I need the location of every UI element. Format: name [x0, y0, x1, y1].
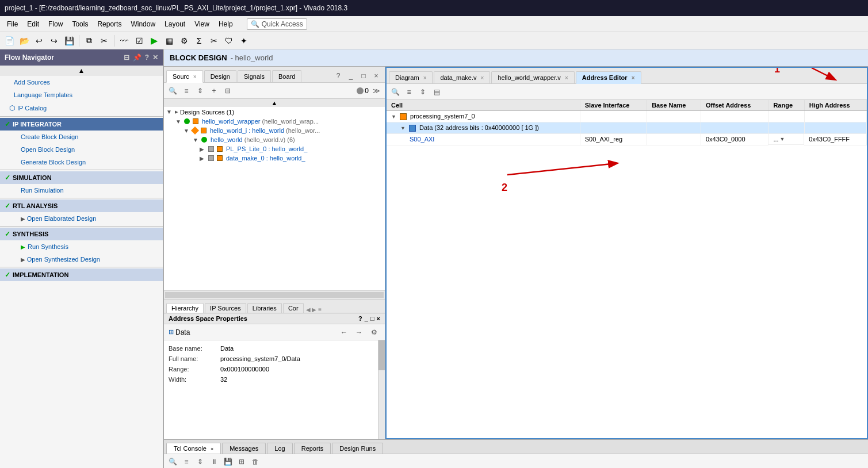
ae-collapse-button[interactable]: ≡: [403, 86, 415, 98]
shield-button[interactable]: 🛡: [222, 34, 236, 48]
sources-search-button[interactable]: 🔍: [166, 85, 179, 97]
cut2-button[interactable]: ✂: [207, 34, 221, 48]
asp-scrollbar[interactable]: [378, 340, 385, 439]
ae-tab-address-editor[interactable]: Address Editor ×: [576, 71, 641, 84]
tab-sources[interactable]: Sourc ×: [166, 70, 203, 83]
nav-language-templates[interactable]: Language Templates: [0, 89, 163, 101]
menu-layout[interactable]: Layout: [160, 18, 190, 30]
asp-forward-button[interactable]: →: [353, 326, 365, 339]
panel-restore-button[interactable]: □: [357, 70, 370, 82]
sources-overflow-button[interactable]: ≫: [370, 85, 383, 97]
nav-create-block-design[interactable]: Create Block Design: [0, 131, 163, 143]
btab-libraries[interactable]: Libraries: [247, 303, 282, 313]
star-button[interactable]: ✦: [237, 34, 251, 48]
asp-close-icon[interactable]: ×: [377, 315, 380, 322]
question-icon[interactable]: ?: [145, 53, 149, 62]
panel-help-button[interactable]: ?: [332, 70, 345, 82]
tree-scroll-up[interactable]: ▲: [164, 99, 385, 107]
nav-section-implementation[interactable]: ✓ IMPLEMENTATION: [0, 268, 163, 281]
ae-tab-diagram[interactable]: Diagram ×: [389, 71, 433, 83]
nav-open-block-design[interactable]: Open Block Design: [0, 143, 163, 156]
tab-signals[interactable]: Signals: [238, 70, 271, 82]
sources-collapse-button[interactable]: ≡: [180, 85, 193, 97]
bpt-messages[interactable]: Messages: [222, 443, 266, 454]
ae-search-button[interactable]: 🔍: [389, 86, 402, 98]
menu-tools[interactable]: Tools: [67, 18, 93, 30]
tab-sources-close[interactable]: ×: [193, 74, 197, 80]
asp-help-icon[interactable]: ?: [358, 315, 362, 322]
pin-icon[interactable]: 📌: [133, 53, 142, 62]
tree-hello-world-wrapper[interactable]: ▼ hello_world_wrapper (hello_world_wrap.…: [164, 117, 385, 126]
bpt-reports[interactable]: Reports: [294, 443, 331, 454]
range-dropdown-icon[interactable]: ▼: [780, 136, 785, 142]
tree-data-make[interactable]: ▶ data_make_0 : hello_world_: [164, 154, 385, 163]
tcl-grid-button[interactable]: ⊞: [235, 455, 248, 468]
open-button[interactable]: 📂: [17, 34, 31, 48]
tcl-console-close[interactable]: ×: [211, 446, 213, 452]
asp-restore-icon[interactable]: □: [370, 315, 374, 322]
ae-tab-data-make[interactable]: data_make.v ×: [434, 71, 490, 83]
nav-section-rtl[interactable]: ✓ RTL ANALYSIS: [0, 200, 163, 212]
bpt-tcl-console[interactable]: Tcl Console ×: [166, 443, 221, 454]
tree-hello-world[interactable]: ▼ hello_world (hello_world.v) (6): [164, 135, 385, 144]
btab-hierarchy[interactable]: Hierarchy: [166, 303, 204, 313]
wave-button[interactable]: 〰: [117, 34, 131, 48]
menu-reports[interactable]: Reports: [93, 18, 126, 30]
ae-tab-hello-close[interactable]: ×: [565, 75, 568, 81]
menu-file[interactable]: File: [2, 18, 22, 30]
ae-tab-addr-close[interactable]: ×: [632, 75, 635, 81]
tree-hello-world-i[interactable]: ▼ hello_world_i : hello_world (hello_wor…: [164, 126, 385, 135]
asp-back-button[interactable]: ←: [338, 326, 350, 339]
btab-cor[interactable]: Cor: [283, 303, 304, 313]
new-file-button[interactable]: 📄: [2, 34, 16, 48]
tree-design-sources[interactable]: ▼ ▸ Design Sources (1): [164, 107, 385, 117]
nav-section-ip-integrator[interactable]: ✓ IP INTEGRATOR: [0, 118, 163, 131]
nav-ip-catalog[interactable]: ⬡ IP Catalog: [0, 101, 163, 115]
sources-expand-button[interactable]: ⇕: [194, 85, 207, 97]
scroll-up-button[interactable]: ▲: [0, 66, 163, 76]
nav-open-elaborated[interactable]: ▶ Open Elaborated Design: [0, 212, 163, 225]
ae-tab-diagram-close[interactable]: ×: [423, 75, 427, 81]
tcl-pause-button[interactable]: ⏸: [208, 455, 220, 468]
ae-tab-hello-world-wrapper[interactable]: hello_world_wrapper.v ×: [491, 71, 574, 83]
undo-button[interactable]: ↩: [32, 34, 46, 48]
run-button[interactable]: ▶: [147, 34, 161, 48]
nav-section-simulation[interactable]: ✓ SIMULATION: [0, 171, 163, 184]
sigma-button[interactable]: Σ: [192, 34, 206, 48]
copy-button[interactable]: ⧉: [82, 34, 96, 48]
menu-help[interactable]: Help: [214, 18, 238, 30]
tcl-save-button[interactable]: 💾: [221, 455, 234, 468]
panel-close-button[interactable]: ×: [370, 70, 383, 82]
program-button[interactable]: ▦: [162, 34, 176, 48]
nav-run-simulation[interactable]: Run Simulation: [0, 184, 163, 197]
ae-assign-button[interactable]: ▤: [430, 86, 443, 98]
save-button[interactable]: 💾: [62, 34, 76, 48]
horizontal-scrollbar[interactable]: [165, 292, 384, 298]
tab-board[interactable]: Board: [272, 70, 301, 82]
gear-button[interactable]: ⚙: [177, 34, 191, 48]
tcl-expand-button[interactable]: ⇕: [194, 455, 207, 468]
sources-add-button[interactable]: +: [208, 85, 220, 97]
tcl-collapse-button[interactable]: ≡: [180, 455, 193, 468]
panel-minimize-button[interactable]: _: [345, 70, 357, 82]
nav-open-synthesized[interactable]: ▶ Open Synthesized Design: [0, 253, 163, 266]
close-icon[interactable]: ✕: [152, 53, 158, 62]
cut-button[interactable]: ✂: [97, 34, 111, 48]
bpt-log[interactable]: Log: [267, 443, 292, 454]
ae-expand-button[interactable]: ⇕: [416, 86, 429, 98]
nav-run-synthesis[interactable]: ▶ Run Synthesis: [0, 240, 163, 253]
tree-pl-ps-lite[interactable]: ▶ PL_PS_Lite_0 : hello_world_: [164, 144, 385, 154]
minimize-icon[interactable]: ⊟: [124, 53, 129, 62]
sources-filter-button[interactable]: ⊟: [221, 85, 234, 97]
asp-gear-button[interactable]: ⚙: [368, 326, 380, 339]
menu-window[interactable]: Window: [126, 18, 160, 30]
btab-ip-sources[interactable]: IP Sources: [205, 303, 246, 313]
tcl-search-button[interactable]: 🔍: [166, 455, 179, 468]
nav-generate-block-design[interactable]: Generate Block Design: [0, 156, 163, 168]
bpt-design-runs[interactable]: Design Runs: [332, 443, 383, 454]
ae-tab-data-make-close[interactable]: ×: [481, 75, 484, 81]
menu-edit[interactable]: Edit: [22, 18, 44, 30]
nav-section-synthesis[interactable]: ✓ SYNTHESIS: [0, 228, 163, 240]
nav-add-sources[interactable]: Add Sources: [0, 76, 163, 89]
menu-flow[interactable]: Flow: [44, 18, 67, 30]
